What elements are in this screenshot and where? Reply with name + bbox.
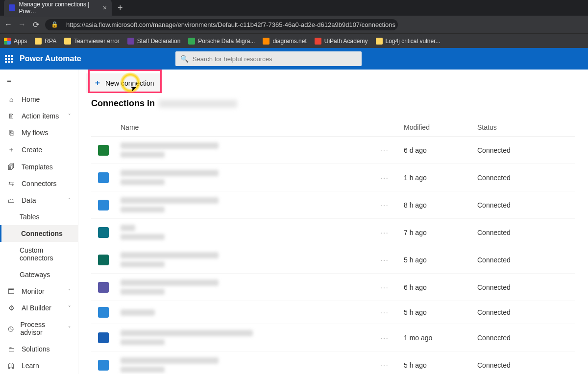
bookmark-icon — [64, 38, 71, 45]
status-text: Connected — [477, 146, 575, 154]
table-row[interactable]: ··· 7 h ago Connected — [91, 219, 575, 246]
sidebar-label: Process advisor — [20, 321, 62, 336]
chevron-down-icon: ˅ — [68, 288, 71, 295]
more-actions-button[interactable]: ··· — [380, 146, 404, 154]
sidebar-label: Tables — [20, 213, 39, 221]
table-row[interactable]: ··· 5 h ago Connected — [91, 351, 575, 374]
sidebar-item-custom-connectors[interactable]: Custom connectors — [0, 242, 78, 266]
bookmark-item[interactable]: Log4j critical vulner... — [376, 38, 441, 45]
sidebar-icon: 🗀 — [7, 345, 16, 353]
reload-icon[interactable]: ⟳ — [31, 20, 40, 29]
status-text: Connected — [477, 201, 575, 209]
sidebar-item-connectors[interactable]: ⇆Connectors — [0, 175, 78, 192]
main-content: ＋ New connection ➤ Connections in Name M… — [78, 70, 588, 374]
more-actions-button[interactable]: ··· — [380, 283, 404, 291]
lock-icon: 🔒 — [51, 21, 58, 28]
connection-subtext-redacted — [121, 152, 165, 158]
col-status[interactable]: Status — [477, 123, 575, 131]
sidebar-item-connections[interactable]: Connections — [0, 225, 78, 242]
browser-tab[interactable]: Manage your connections | Pow… × — [4, 0, 112, 17]
sidebar-item-my-flows[interactable]: ⎘My flows — [0, 124, 78, 141]
table-row[interactable]: ··· 1 h ago Connected — [91, 164, 575, 191]
bookmark-item[interactable]: RPA — [35, 38, 56, 45]
modified-text: 1 mo ago — [404, 334, 477, 342]
more-actions-button[interactable]: ··· — [380, 308, 404, 316]
sidebar-item-create[interactable]: ＋Create — [0, 141, 78, 159]
table-row[interactable]: ··· 6 h ago Connected — [91, 274, 575, 301]
app-launcher-icon[interactable] — [5, 55, 13, 63]
new-connection-button[interactable]: ＋ New connection — [86, 73, 162, 93]
back-icon[interactable]: ← — [4, 20, 13, 29]
forward-icon[interactable]: → — [18, 20, 26, 29]
connection-name-redacted — [121, 170, 219, 176]
more-actions-button[interactable]: ··· — [380, 174, 404, 182]
sidebar-item-gateways[interactable]: Gateways — [0, 266, 78, 283]
sidebar-item-monitor[interactable]: 🗔Monitor˅ — [0, 283, 78, 300]
bookmark-item[interactable]: Teamviewer error — [64, 38, 120, 45]
connection-name-cell — [121, 309, 380, 316]
connection-icon — [98, 307, 109, 318]
more-actions-button[interactable]: ··· — [380, 256, 404, 264]
bookmark-label: UiPath Academy — [324, 38, 368, 45]
connection-name-redacted — [121, 142, 219, 149]
connection-icon — [98, 360, 109, 371]
page-heading: Connections in — [78, 94, 588, 115]
sidebar-icon: 🕮 — [7, 362, 16, 370]
search-box[interactable]: 🔍 — [175, 51, 362, 66]
table-row[interactable]: ··· 6 d ago Connected — [91, 137, 575, 164]
page-heading-text: Connections in — [91, 98, 155, 109]
table-row[interactable]: ··· 5 h ago Connected — [91, 246, 575, 274]
col-modified[interactable]: Modified — [404, 123, 477, 131]
status-text: Connected — [477, 283, 575, 291]
bookmark-label: diagrams.net — [272, 38, 306, 45]
connection-name-cell — [121, 252, 380, 267]
bookmark-label: Apps — [14, 38, 27, 45]
sidebar-label: Data — [22, 196, 36, 204]
bookmark-item[interactable]: UiPath Academy — [315, 38, 368, 45]
hamburger-icon[interactable]: ≡ — [0, 72, 78, 91]
new-connection-label: New connection — [105, 79, 154, 87]
search-input[interactable] — [193, 55, 357, 63]
sidebar-item-learn[interactable]: 🕮Learn — [0, 357, 78, 374]
sidebar-item-action-items[interactable]: 🗎Action items˅ — [0, 108, 78, 124]
status-text: Connected — [477, 229, 575, 236]
close-icon[interactable]: × — [103, 4, 107, 12]
bookmark-label: Teamviewer error — [74, 38, 120, 45]
sidebar-label: Templates — [22, 163, 53, 171]
url-text: https://asia.flow.microsoft.com/manage/e… — [66, 21, 395, 28]
new-tab-button[interactable]: + — [118, 3, 123, 13]
connection-name-redacted — [121, 225, 135, 231]
sidebar-item-process-advisor[interactable]: ◷Process advisor˅ — [0, 316, 78, 341]
connection-name-cell — [121, 142, 380, 158]
sidebar-item-tables[interactable]: Tables — [0, 209, 78, 225]
connection-name-redacted — [121, 252, 219, 258]
bookmark-item[interactable]: Apps — [4, 38, 27, 45]
sidebar-item-templates[interactable]: 🗐Templates — [0, 159, 78, 175]
more-actions-button[interactable]: ··· — [380, 361, 404, 369]
chevron-down-icon: ˅ — [68, 305, 71, 311]
sidebar-item-data[interactable]: 🗃Data˄ — [0, 192, 78, 209]
connection-name-redacted — [121, 330, 253, 336]
sidebar-label: Home — [22, 95, 40, 103]
sidebar-label: My flows — [22, 129, 48, 137]
bookmark-icon — [376, 38, 383, 45]
more-actions-button[interactable]: ··· — [380, 201, 404, 209]
table-row[interactable]: ··· 8 h ago Connected — [91, 191, 575, 219]
sidebar-icon: 🗔 — [7, 287, 16, 295]
bookmark-item[interactable]: diagrams.net — [263, 38, 306, 45]
more-actions-button[interactable]: ··· — [380, 229, 404, 236]
sidebar-item-solutions[interactable]: 🗀Solutions — [0, 341, 78, 357]
sidebar-label: AI Builder — [22, 304, 51, 312]
bookmark-item[interactable]: Staff Declaration — [127, 38, 181, 45]
connection-icon — [98, 332, 109, 343]
col-name[interactable]: Name — [121, 123, 380, 131]
sidebar-label: Monitor — [22, 287, 45, 295]
address-bar[interactable]: 🔒 https://asia.flow.microsoft.com/manage… — [45, 19, 398, 30]
bookmark-item[interactable]: Porsche Data Migra... — [188, 38, 255, 45]
bookmark-label: Log4j critical vulner... — [386, 38, 441, 45]
table-row[interactable]: ··· 1 mo ago Connected — [91, 324, 575, 351]
table-row[interactable]: ··· 5 h ago Connected — [91, 301, 575, 324]
sidebar-item-home[interactable]: ⌂Home — [0, 91, 78, 108]
sidebar-item-ai-builder[interactable]: ⚙AI Builder˅ — [0, 300, 78, 316]
more-actions-button[interactable]: ··· — [380, 334, 404, 342]
